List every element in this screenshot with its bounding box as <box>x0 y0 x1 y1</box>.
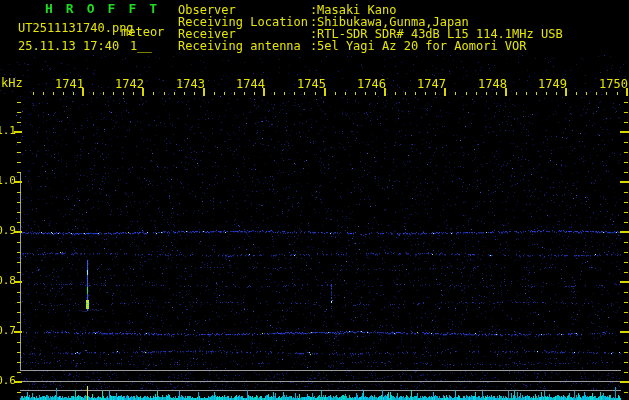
info-row-antenna: Receiving antenna : 5el Yagi Az 20 for A… <box>178 40 629 52</box>
time-tick-label: 1741 <box>55 78 84 90</box>
info-value: 5el Yagi Az 20 for Aomori VOR <box>317 40 527 52</box>
time-tick-label: 1748 <box>478 78 507 90</box>
freq-tick-label: 1.1 <box>0 125 16 137</box>
time-tick-label: 1749 <box>538 78 567 90</box>
app-title: H R O F F T <box>45 3 160 15</box>
freq-tick-label: 1.0 <box>0 175 16 187</box>
echo-counter: 1__ <box>130 40 152 52</box>
info-label: Receiving antenna <box>178 40 301 52</box>
time-tick-label: 1744 <box>236 78 265 90</box>
freq-tick-label: 0.9 <box>0 225 16 237</box>
freq-tick-label: 0.6 <box>0 375 16 387</box>
freq-tick-label: 0.8 <box>0 275 16 287</box>
time-tick-label: 1743 <box>176 78 205 90</box>
time-tick-label: 1742 <box>115 78 144 90</box>
time-tick-label: 1745 <box>297 78 326 90</box>
station-label: meteor <box>121 26 164 38</box>
hrofft-window: H R O F F T UT2511131740.png meteor 25.1… <box>0 0 629 400</box>
spectrogram-canvas <box>0 0 629 400</box>
freq-axis-unit: kHz <box>1 77 23 89</box>
time-tick-label: 1750 <box>599 78 628 90</box>
freq-tick-label: 0.7 <box>0 325 16 337</box>
capture-datetime: 25.11.13 17:40 <box>18 40 119 52</box>
time-tick-label: 1747 <box>417 78 446 90</box>
capture-filename: UT2511131740.png <box>18 22 134 34</box>
time-tick-label: 1746 <box>357 78 386 90</box>
